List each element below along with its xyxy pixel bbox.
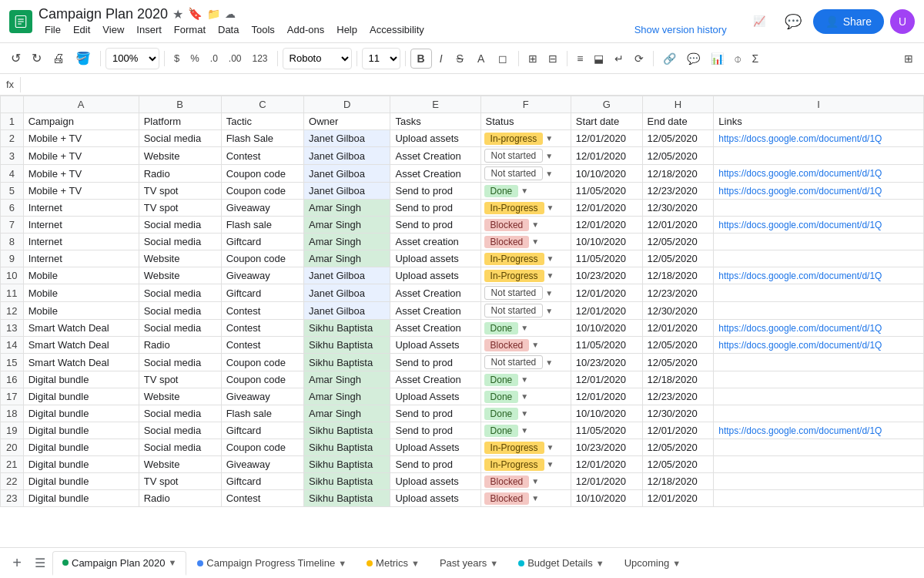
table-row: 3 Mobile + TV Website Contest Janet Gilb…: [1, 147, 924, 165]
font-select[interactable]: Roboto: [283, 48, 352, 69]
v-align-button[interactable]: ⬓: [589, 49, 608, 68]
table-row: 19 Digital bundle Social media Giftcard …: [1, 422, 924, 439]
col-header-d[interactable]: D: [304, 96, 390, 113]
menu-insert[interactable]: Insert: [130, 22, 168, 37]
wrap-button[interactable]: ↵: [610, 49, 628, 68]
cloud-icon[interactable]: ☁: [225, 8, 236, 20]
functions-button[interactable]: Σ: [747, 49, 763, 68]
number-format-button[interactable]: 123: [248, 50, 273, 67]
strikethrough-button[interactable]: S: [450, 49, 470, 68]
table-row: 9 Internet Website Coupon code Amar Sing…: [1, 250, 924, 267]
tab-dropdown-icon[interactable]: ▼: [168, 558, 176, 567]
table-row: 16 Digital bundle TV spot Coupon code Am…: [1, 371, 924, 388]
expand-button[interactable]: ⊞: [899, 49, 918, 68]
tab-upcoming[interactable]: Upcoming ▼: [615, 551, 690, 576]
menu-tools[interactable]: Tools: [245, 22, 280, 37]
borders-button[interactable]: ⊞: [524, 49, 542, 68]
corner-header: [1, 96, 24, 113]
col-header-b[interactable]: B: [139, 96, 221, 113]
app-icon: [9, 10, 32, 33]
h-align-button[interactable]: ≡: [572, 49, 588, 68]
table-row: 21 Digital bundle Website Giveaway Sikhu…: [1, 456, 924, 473]
table-row: 10 Mobile Website Giveaway Janet Gilboa …: [1, 267, 924, 284]
table-row: 6 Internet TV spot Giveaway Amar Singh S…: [1, 200, 924, 217]
tab-metrics-dropdown-icon[interactable]: ▼: [411, 559, 420, 568]
zoom-select[interactable]: 100%: [105, 48, 159, 69]
redo-button[interactable]: ↻: [27, 48, 46, 69]
comments-icon[interactable]: 💬: [779, 8, 807, 35]
bookmark-icon[interactable]: 🔖: [188, 7, 203, 21]
table-row: 5 Mobile + TV TV spot Coupon code Janet …: [1, 183, 924, 200]
currency-button[interactable]: $: [169, 49, 184, 67]
percent-button[interactable]: %: [186, 49, 204, 67]
table-row: 20 Digital bundle Social media Coupon co…: [1, 439, 924, 456]
merge-button[interactable]: ⊟: [544, 49, 562, 68]
table-row: 8 Internet Social media Giftcard Amar Si…: [1, 234, 924, 250]
bold-button[interactable]: B: [410, 49, 432, 69]
table-row: 18 Digital bundle Social media Flash sal…: [1, 405, 924, 422]
table-row: 14 Smart Watch Deal Radio Contest Sikhu …: [1, 337, 924, 354]
col-header-i[interactable]: I: [714, 96, 924, 113]
col-header-e[interactable]: E: [390, 96, 480, 113]
fill-color-button[interactable]: ◻: [492, 49, 514, 68]
table-row: 17 Digital bundle Website Giveaway Amar …: [1, 388, 924, 405]
menu-accessibility[interactable]: Accessibility: [363, 22, 430, 37]
menu-data[interactable]: Data: [212, 22, 245, 37]
tab-budget-dropdown-icon[interactable]: ▼: [596, 559, 604, 568]
rotate-button[interactable]: ⟳: [630, 49, 648, 68]
col-header-a[interactable]: A: [23, 96, 139, 113]
comment-button[interactable]: 💬: [682, 49, 705, 68]
tab-color-teal: [518, 560, 524, 566]
user-avatar[interactable]: U: [890, 9, 915, 34]
table-row: 12 Mobile Social media Contest Janet Gil…: [1, 302, 924, 320]
decimal-inc-button[interactable]: .00: [224, 50, 246, 67]
tab-color-yellow: [367, 560, 373, 566]
link-button[interactable]: 🔗: [658, 49, 681, 68]
tab-upcoming-dropdown-icon[interactable]: ▼: [672, 559, 681, 568]
table-row: 2 Mobile + TV Social media Flash Sale Ja…: [1, 130, 924, 147]
tab-progress-timeline[interactable]: Campaign Progress Timeline ▼: [188, 551, 356, 576]
table-row: 4 Mobile + TV Radio Coupon code Janet Gi…: [1, 165, 924, 183]
present-icon[interactable]: 📈: [745, 8, 773, 35]
menu-file[interactable]: File: [38, 22, 67, 37]
menu-help[interactable]: Help: [330, 22, 363, 37]
col-header-g[interactable]: G: [571, 96, 642, 113]
tab-metrics[interactable]: Metrics ▼: [357, 551, 429, 576]
version-history-link[interactable]: Show version history: [628, 22, 733, 37]
doc-title: Campaign Plan 2020: [38, 6, 168, 22]
menu-format[interactable]: Format: [168, 22, 212, 37]
tab-progress-dropdown-icon[interactable]: ▼: [338, 559, 346, 568]
italic-button[interactable]: I: [434, 49, 449, 68]
menu-view[interactable]: View: [96, 22, 130, 37]
col-header-h[interactable]: H: [642, 96, 714, 113]
menu-addons[interactable]: Add-ons: [281, 22, 330, 37]
menu-edit[interactable]: Edit: [67, 22, 96, 37]
table-row: 15 Smart Watch Deal Social media Coupon …: [1, 354, 924, 371]
formula-cell-ref: fx: [6, 79, 14, 90]
tab-budget-details[interactable]: Budget Details ▼: [509, 551, 613, 576]
table-row: 22 Digital bundle TV spot Giftcard Sikhu…: [1, 473, 924, 490]
table-row: 11 Mobile Social media Giftcard Janet Gi…: [1, 284, 924, 302]
chart-button[interactable]: 📊: [706, 49, 728, 68]
tab-past-years-dropdown-icon[interactable]: ▼: [490, 559, 498, 568]
header-row: 1 Campaign Platform Tactic Owner Tasks S…: [1, 113, 924, 130]
print-button[interactable]: 🖨: [48, 49, 69, 69]
tab-past-years[interactable]: Past years ▼: [430, 551, 507, 576]
col-header-c[interactable]: C: [221, 96, 303, 113]
col-header-f[interactable]: F: [480, 96, 571, 113]
sheet-menu-button[interactable]: ☰: [29, 553, 51, 574]
share-icon: 👤: [825, 15, 839, 28]
text-color-button[interactable]: A: [471, 49, 490, 68]
star-icon[interactable]: ★: [172, 7, 183, 22]
tab-color-green: [62, 560, 69, 566]
tab-color-blue: [197, 560, 203, 566]
font-size-select[interactable]: 11: [362, 48, 400, 69]
filter-button[interactable]: ⌽: [730, 49, 745, 68]
add-sheet-button[interactable]: +: [6, 553, 28, 574]
folder-icon[interactable]: 📁: [207, 8, 220, 20]
paint-format-button[interactable]: 🪣: [71, 48, 95, 69]
share-button[interactable]: 👤 Share: [813, 9, 884, 34]
tab-campaign-plan[interactable]: Campaign Plan 2020 ▼: [52, 551, 186, 576]
decimal-dec-button[interactable]: .0: [206, 50, 223, 67]
undo-button[interactable]: ↺: [6, 48, 25, 69]
